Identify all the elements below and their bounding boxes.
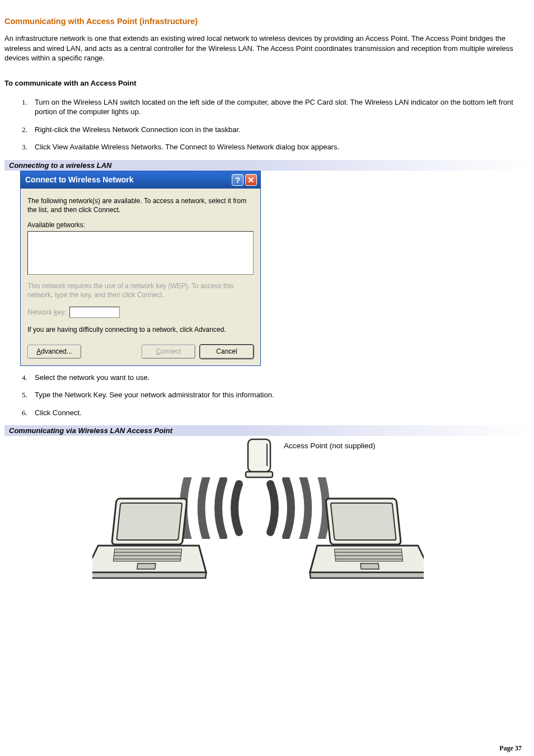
laptop-icon [301,494,424,584]
dialog-screenshot: Connect to Wireless Network ? ✕ The foll… [20,171,530,366]
svg-rect-15 [334,549,402,561]
dialog-intro-text: The following network(s) are available. … [27,196,254,214]
svg-rect-1 [246,472,273,477]
svg-rect-6 [113,549,181,561]
access-point-label: Access Point (not supplied) [284,442,376,450]
wep-hint-text: This network requires the use of a netwo… [27,281,254,299]
access-point-icon [242,436,278,482]
figure-heading-2: Communicating via Wireless LAN Access Po… [4,425,530,436]
dialog-titlebar: Connect to Wireless Network ? ✕ [21,171,260,189]
figure-heading-1: Connecting to a wireless LAN [4,160,530,171]
page-heading: Communicating with Access Point (infrast… [4,17,530,26]
laptop-icon [92,494,216,584]
svg-marker-11 [92,572,206,578]
svg-rect-19 [360,564,379,569]
procedure-heading: To communicate with an Access Point [4,79,530,87]
connect-button[interactable]: Connect [142,345,195,359]
svg-marker-20 [310,572,424,578]
advanced-hint-text: If you are having difficulty connecting … [27,326,254,334]
network-key-input[interactable] [69,307,120,318]
help-icon[interactable]: ? [232,174,243,186]
list-item: Turn on the Wireless LAN switch located … [29,97,530,117]
available-networks-listbox[interactable] [27,231,254,275]
list-item: Right-click the Wireless Network Connect… [29,125,530,135]
svg-rect-10 [137,564,156,569]
page-number: Page 37 [499,744,522,753]
list-item: Click View Available Wireless Networks. … [29,142,530,152]
network-key-label: Network key: [27,308,66,316]
dialog-title: Connect to Wireless Network [25,175,134,184]
list-item: Click Connect. [29,408,530,418]
steps-list-a: Turn on the Wireless LAN switch located … [4,97,530,152]
close-icon[interactable]: ✕ [245,174,257,186]
advanced-button[interactable]: Advanced... [27,345,81,359]
list-item: Type the Network Key. See your network a… [29,390,530,400]
cancel-button[interactable]: Cancel [200,345,254,359]
connect-dialog: Connect to Wireless Network ? ✕ The foll… [20,171,261,366]
svg-rect-13 [331,503,396,540]
intro-paragraph: An infrastructure network is one that ex… [4,34,530,63]
list-item: Select the network you want to use. [29,373,530,383]
diagram-container: Access Point (not supplied) [4,438,530,595]
steps-list-b: Select the network you want to use. Type… [4,373,530,418]
available-networks-label: Available networks: [27,221,254,229]
svg-rect-4 [116,503,182,540]
